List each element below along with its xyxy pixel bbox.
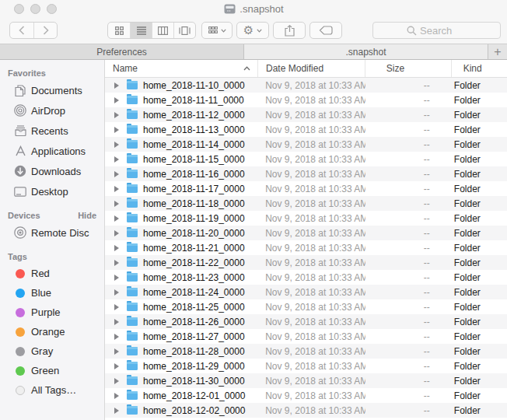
sidebar-item-documents[interactable]: Documents [0, 80, 104, 100]
table-row[interactable]: home_2018-11-27_0000 Nov 9, 2018 at 10:3… [105, 329, 507, 344]
disclosure-triangle-icon[interactable] [114, 82, 119, 89]
search-field[interactable] [372, 22, 501, 39]
disclosure-triangle-icon[interactable] [114, 156, 119, 163]
search-input[interactable] [420, 25, 467, 37]
new-tab-button[interactable]: + [488, 44, 507, 59]
column-header-size[interactable]: Size [365, 60, 451, 77]
sidebar-item-downloads[interactable]: Downloads [0, 161, 104, 181]
row-kind: Folder [452, 107, 507, 122]
table-row[interactable]: home_2018-11-10_0000 Nov 9, 2018 at 10:3… [105, 78, 507, 93]
row-kind: Folder [452, 373, 507, 388]
sidebar-tag-purple[interactable]: Purple [0, 303, 104, 322]
column-header-kind[interactable]: Kind [451, 60, 507, 77]
row-name: home_2018-11-27_0000 [143, 331, 245, 342]
downloads-icon [14, 165, 26, 177]
table-row[interactable]: home_2018-11-13_0000 Nov 9, 2018 at 10:3… [105, 122, 507, 137]
table-row[interactable]: home_2018-12-01_0000 Nov 9, 2018 at 10:3… [105, 388, 507, 403]
disclosure-triangle-icon[interactable] [114, 348, 119, 355]
recents-icon [14, 124, 26, 137]
tab-snapshot[interactable]: .snapshot [244, 44, 488, 59]
row-date: Nov 9, 2018 at 10:33 AM [257, 78, 365, 93]
sidebar-item-airdrop[interactable]: AirDrop [0, 100, 104, 121]
back-button[interactable] [10, 23, 33, 38]
disclosure-triangle-icon[interactable] [114, 245, 119, 251]
disclosure-triangle-icon[interactable] [114, 142, 119, 148]
table-row[interactable]: home_2018-11-17_0000 Nov 9, 2018 at 10:3… [105, 181, 507, 196]
tab-bar: Preferences .snapshot + [0, 44, 507, 60]
disclosure-triangle-icon[interactable] [114, 215, 119, 222]
share-button[interactable] [273, 22, 306, 39]
row-kind: Folder [452, 299, 507, 314]
tag-button[interactable] [309, 22, 342, 39]
table-row[interactable]: home_2018-11-18_0000 Nov 9, 2018 at 10:3… [105, 196, 507, 211]
forward-button[interactable] [33, 23, 57, 38]
table-row[interactable]: home_2018-11-20_0000 Nov 9, 2018 at 10:3… [105, 226, 507, 240]
table-row[interactable]: home_2018-11-25_0000 Nov 9, 2018 at 10:3… [105, 299, 507, 314]
table-row[interactable]: home_2018-11-26_0000 Nov 9, 2018 at 10:3… [105, 314, 507, 329]
minimize-button[interactable] [30, 4, 40, 14]
table-row[interactable]: home_2018-11-15_0000 Nov 9, 2018 at 10:3… [105, 152, 507, 166]
table-row[interactable]: home_2018-11-21_0000 Nov 9, 2018 at 10:3… [105, 240, 507, 255]
disclosure-triangle-icon[interactable] [114, 275, 119, 281]
disclosure-triangle-icon[interactable] [114, 97, 119, 103]
disclosure-triangle-icon[interactable] [114, 230, 119, 236]
coverflow-view-button[interactable] [173, 23, 195, 38]
close-button[interactable] [14, 4, 24, 14]
sidebar-tag-red[interactable]: Red [0, 264, 104, 283]
table-row[interactable]: home_2018-11-29_0000 Nov 9, 2018 at 10:3… [105, 359, 507, 373]
table-row[interactable]: home_2018-11-12_0000 Nov 9, 2018 at 10:3… [105, 107, 507, 122]
disclosure-triangle-icon[interactable] [114, 289, 119, 296]
zoom-button[interactable] [47, 4, 57, 14]
action-button[interactable]: ⚙ [236, 22, 269, 39]
red-tag-icon [16, 269, 25, 278]
icon-view-button[interactable] [108, 23, 130, 38]
toolbar: ⚙ [0, 17, 507, 44]
titlebar: .snapshot [0, 0, 507, 17]
disclosure-triangle-icon[interactable] [114, 201, 119, 207]
row-kind: Folder [452, 166, 507, 181]
disclosure-triangle-icon[interactable] [114, 334, 119, 340]
table-row[interactable]: home_2018-11-24_0000 Nov 9, 2018 at 10:3… [105, 285, 507, 299]
sidebar-tag-green[interactable]: Green [0, 361, 104, 380]
disclosure-triangle-icon[interactable] [114, 319, 119, 325]
table-row[interactable]: home_2018-11-16_0000 Nov 9, 2018 at 10:3… [105, 166, 507, 181]
sidebar-tag-blue[interactable]: Blue [0, 283, 104, 303]
sidebar-tag-gray[interactable]: Gray [0, 341, 104, 361]
table-row[interactable]: home_2018-11-23_0000 Nov 9, 2018 at 10:3… [105, 270, 507, 285]
disclosure-triangle-icon[interactable] [114, 171, 119, 177]
table-row[interactable]: home_2018-12-02_0000 Nov 9, 2018 at 10:3… [105, 403, 507, 418]
sidebar-tag-all-tags[interactable]: All Tags… [0, 380, 104, 400]
disclosure-triangle-icon[interactable] [114, 186, 119, 192]
hide-devices-button[interactable]: Hide [78, 211, 96, 220]
disclosure-triangle-icon[interactable] [114, 112, 119, 118]
row-date: Nov 9, 2018 at 10:33 AM [257, 93, 365, 107]
disclosure-triangle-icon[interactable] [114, 393, 119, 399]
row-size: -- [365, 122, 452, 137]
row-kind: Folder [452, 137, 507, 152]
disclosure-triangle-icon[interactable] [114, 260, 119, 266]
table-row[interactable]: home_2018-11-30_0000 Nov 9, 2018 at 10:3… [105, 373, 507, 388]
table-row[interactable]: home_2018-11-28_0000 Nov 9, 2018 at 10:3… [105, 344, 507, 359]
disclosure-triangle-icon[interactable] [114, 127, 119, 133]
disclosure-triangle-icon[interactable] [114, 363, 119, 369]
column-header-date-modified[interactable]: Date Modified [257, 60, 365, 77]
column-view-button[interactable] [152, 23, 173, 38]
disclosure-triangle-icon[interactable] [114, 304, 119, 310]
table-row[interactable]: home_2018-11-19_0000 Nov 9, 2018 at 10:3… [105, 211, 507, 226]
disclosure-triangle-icon[interactable] [114, 408, 119, 414]
folder-icon [127, 332, 138, 341]
table-row[interactable]: home_2018-11-11_0000 Nov 9, 2018 at 10:3… [105, 93, 507, 107]
sidebar-tag-orange[interactable]: Orange [0, 322, 104, 341]
sidebar-item-applications[interactable]: Applications [0, 141, 104, 161]
column-header-name[interactable]: Name [105, 60, 257, 77]
list-view-button[interactable] [130, 23, 152, 38]
group-button[interactable] [201, 22, 233, 39]
sidebar-item-desktop[interactable]: Desktop [0, 181, 104, 201]
table-row[interactable]: home_2018-11-14_0000 Nov 9, 2018 at 10:3… [105, 137, 507, 152]
sidebar-item-recents[interactable]: Recents [0, 121, 104, 141]
row-size: -- [365, 403, 452, 418]
table-row[interactable]: home_2018-11-22_0000 Nov 9, 2018 at 10:3… [105, 255, 507, 270]
tab-preferences[interactable]: Preferences [0, 44, 244, 59]
sidebar-item-remote-disc[interactable]: Remote Disc [0, 222, 104, 243]
disclosure-triangle-icon[interactable] [114, 378, 119, 384]
